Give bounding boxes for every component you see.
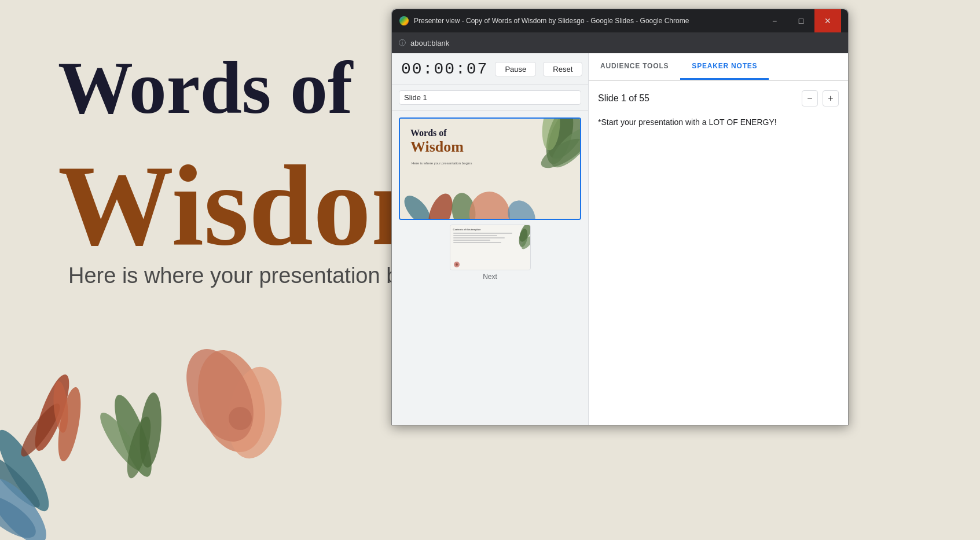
chrome-titlebar: Presenter view - Copy of Words of Wisdom…	[392, 9, 848, 32]
maximize-button[interactable]: □	[788, 9, 814, 32]
pause-button[interactable]: Pause	[495, 62, 536, 76]
svg-point-0	[0, 424, 57, 517]
svg-point-10	[188, 343, 276, 460]
google-icon	[399, 16, 409, 25]
svg-point-6	[108, 391, 159, 481]
right-panel: AUDIENCE TOOLS SPEAKER NOTES Slide 1 of …	[589, 53, 848, 425]
svg-point-12	[173, 339, 267, 452]
speaker-notes-content: Slide 1 of 55 − + *Start your presentati…	[589, 81, 848, 425]
font-controls: − +	[802, 90, 839, 106]
slides-preview-area[interactable]: Words of Wisdom Here is where your prese…	[392, 111, 588, 425]
svg-point-27	[456, 263, 458, 266]
decrease-font-button[interactable]: −	[802, 90, 818, 106]
tab-audience-tools[interactable]: AUDIENCE TOOLS	[589, 53, 680, 80]
svg-point-4	[16, 399, 65, 461]
next-slide-container: Contents of this template	[399, 225, 581, 281]
svg-point-11	[221, 362, 288, 462]
svg-point-2	[28, 371, 76, 454]
next-slide-leaves-icon	[513, 225, 530, 257]
slide-selector-dropdown[interactable]: Slide 1	[399, 90, 581, 105]
content-line-4	[453, 240, 490, 241]
preview-botanical-bottom	[400, 187, 539, 219]
content-line-3	[453, 237, 505, 238]
current-slide-preview[interactable]: Words of Wisdom Here is where your prese…	[399, 117, 581, 220]
svg-point-7	[137, 392, 164, 469]
bg-subtitle: Here is where your presentation begin	[68, 263, 440, 288]
slide-counter-row: Slide 1 of 55 − +	[598, 90, 839, 106]
chrome-window: Presenter view - Copy of Words of Wisdom…	[391, 9, 849, 425]
svg-point-3	[54, 385, 85, 463]
bg-botanical-left	[0, 308, 405, 540]
presenter-content: 00:00:07 Pause Reset Slide 1 Words of Wi…	[392, 53, 848, 425]
next-label: Next	[483, 273, 497, 281]
svg-point-5	[52, 380, 70, 434]
bg-title-words: Words of	[58, 46, 353, 129]
next-slide-flower-icon	[453, 260, 461, 269]
preview-slide-bg: Words of Wisdom Here is where your prese…	[400, 119, 580, 219]
timer-bar: 00:00:07 Pause Reset	[392, 53, 588, 85]
speaker-note-text: *Start your presentation with a LOT OF E…	[598, 116, 839, 128]
increase-font-button[interactable]: +	[823, 90, 839, 106]
svg-point-13	[229, 407, 252, 430]
svg-point-15	[0, 488, 42, 540]
timer-display: 00:00:07	[401, 60, 488, 78]
reset-button[interactable]: Reset	[543, 62, 582, 76]
svg-point-1	[0, 451, 45, 513]
chrome-addressbar: ⓘ about:blank	[392, 32, 848, 53]
content-line-2	[453, 235, 498, 236]
svg-point-8	[94, 408, 149, 476]
svg-point-14	[0, 469, 56, 540]
left-panel: 00:00:07 Pause Reset Slide 1 Words of Wi…	[392, 53, 589, 425]
chrome-favicon	[399, 16, 409, 26]
preview-botanical-right	[516, 119, 580, 194]
svg-point-9	[122, 414, 155, 480]
preview-wisdom: Wisdom	[410, 138, 464, 156]
next-slide-bg: Contents of this template	[450, 225, 530, 270]
content-line-5	[453, 242, 501, 243]
address-icon: ⓘ	[399, 38, 406, 48]
content-line-1	[453, 233, 512, 234]
right-tabs: AUDIENCE TOOLS SPEAKER NOTES	[589, 53, 848, 81]
minimize-button[interactable]: −	[761, 9, 788, 32]
next-slide-preview[interactable]: Contents of this template	[450, 225, 531, 270]
address-text[interactable]: about:blank	[410, 39, 449, 47]
close-button[interactable]: ✕	[814, 9, 841, 32]
chrome-title: Presenter view - Copy of Words of Wisdom…	[414, 17, 761, 25]
preview-subtitle: Here is where your presentation begins	[412, 161, 472, 165]
slide-counter: Slide 1 of 55	[598, 93, 649, 104]
chrome-window-controls: − □ ✕	[761, 9, 841, 32]
tab-speaker-notes[interactable]: SPEAKER NOTES	[680, 53, 769, 80]
preview-words-of: Words of	[410, 128, 447, 138]
slide-selector-bar: Slide 1	[392, 85, 588, 111]
svg-point-24	[468, 190, 512, 219]
